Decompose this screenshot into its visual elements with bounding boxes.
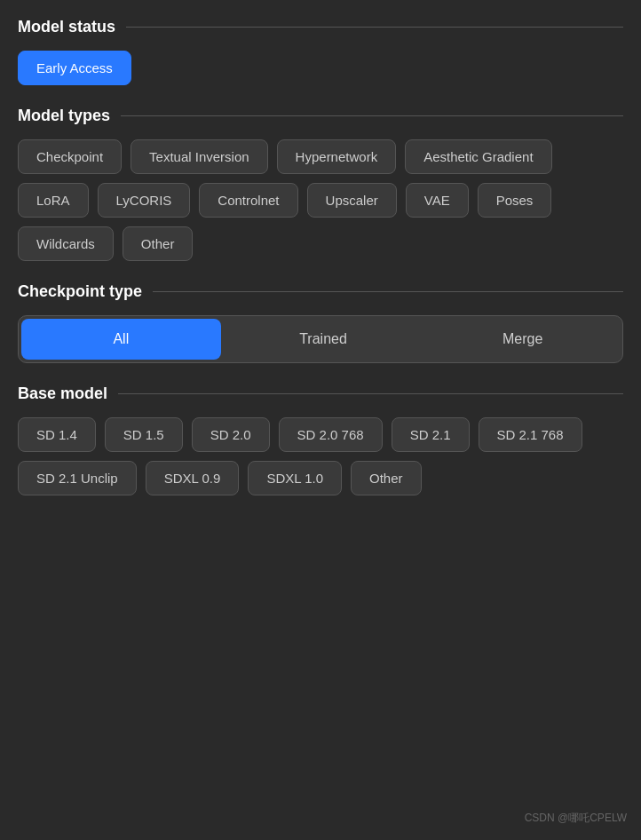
btn-sd-2-0-768[interactable]: SD 2.0 768: [279, 417, 383, 452]
checkpoint-type-section: Checkpoint type All Trained Merge: [18, 282, 623, 363]
btn-all[interactable]: All: [21, 319, 221, 360]
base-model-header: Base model: [18, 384, 623, 403]
btn-other-base-model[interactable]: Other: [351, 461, 422, 495]
watermark: CSDN @哪吒CPELW: [525, 811, 627, 826]
model-types-header: Model types: [18, 107, 623, 125]
model-types-divider: [121, 115, 623, 116]
btn-sdxl-1-0[interactable]: SDXL 1.0: [248, 461, 342, 495]
model-types-section: Model types Checkpoint Textual Inversion…: [18, 107, 623, 261]
btn-checkpoint[interactable]: Checkpoint: [18, 139, 122, 174]
model-status-section: Model status Early Access: [18, 18, 623, 85]
btn-other-model-type[interactable]: Other: [123, 226, 194, 261]
base-model-title: Base model: [18, 384, 107, 403]
base-model-section: Base model SD 1.4 SD 1.5 SD 2.0 SD 2.0 7…: [18, 384, 623, 495]
checkpoint-type-divider: [153, 291, 623, 292]
btn-upscaler[interactable]: Upscaler: [307, 183, 397, 218]
btn-controlnet[interactable]: Controlnet: [199, 183, 297, 218]
base-model-buttons: SD 1.4 SD 1.5 SD 2.0 SD 2.0 768 SD 2.1 S…: [18, 417, 623, 495]
model-status-buttons: Early Access: [18, 51, 623, 85]
btn-lycoris[interactable]: LyCORIS: [98, 183, 191, 218]
btn-sd-2-0[interactable]: SD 2.0: [192, 417, 270, 452]
btn-vae[interactable]: VAE: [406, 183, 469, 218]
checkpoint-type-title: Checkpoint type: [18, 282, 142, 301]
btn-textual-inversion[interactable]: Textual Inversion: [131, 139, 268, 174]
btn-merge[interactable]: Merge: [423, 316, 622, 362]
btn-sd-2-1[interactable]: SD 2.1: [392, 417, 470, 452]
btn-sdxl-0-9[interactable]: SDXL 0.9: [146, 461, 240, 495]
btn-trained[interactable]: Trained: [224, 316, 423, 362]
base-model-divider: [118, 393, 623, 394]
checkpoint-type-header: Checkpoint type: [18, 282, 623, 301]
btn-wildcards[interactable]: Wildcards: [18, 226, 114, 261]
checkpoint-type-buttons: All Trained Merge: [18, 315, 623, 363]
btn-sd-2-1-unclip[interactable]: SD 2.1 Unclip: [18, 461, 137, 495]
model-types-buttons: Checkpoint Textual Inversion Hypernetwor…: [18, 139, 623, 261]
model-status-divider: [126, 27, 623, 28]
btn-sd-1-4[interactable]: SD 1.4: [18, 417, 96, 452]
btn-sd-1-5[interactable]: SD 1.5: [105, 417, 183, 452]
model-status-header: Model status: [18, 18, 623, 36]
btn-lora[interactable]: LoRA: [18, 183, 89, 218]
btn-aesthetic-gradient[interactable]: Aesthetic Gradient: [405, 139, 551, 174]
btn-poses[interactable]: Poses: [478, 183, 552, 218]
btn-hypernetwork[interactable]: Hypernetwork: [277, 139, 397, 174]
model-status-title: Model status: [18, 18, 115, 36]
btn-early-access[interactable]: Early Access: [18, 51, 131, 85]
model-types-title: Model types: [18, 107, 110, 125]
btn-sd-2-1-768[interactable]: SD 2.1 768: [479, 417, 582, 452]
